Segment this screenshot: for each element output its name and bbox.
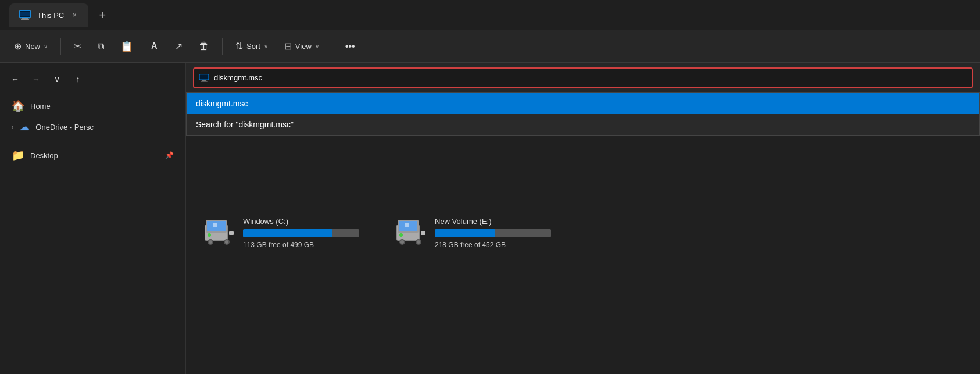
share-button[interactable]: ↗ (168, 37, 189, 55)
new-tab-button[interactable]: + (93, 6, 112, 24)
svg-rect-8 (201, 81, 207, 81)
tab-close-button[interactable]: × (70, 10, 79, 20)
view-chevron: ∨ (315, 43, 319, 49)
svg-rect-2 (21, 19, 29, 20)
sidebar-divider (7, 141, 178, 141)
svg-point-16 (209, 240, 212, 244)
separator-3 (332, 38, 332, 55)
new-button[interactable]: ⊕ New ∨ (7, 37, 55, 55)
drive-bar-fill-e (435, 229, 495, 237)
back-button[interactable]: ← (7, 71, 23, 87)
drive-details-e: New Volume (E:) 218 GB free of 452 GB (435, 217, 551, 249)
drive-free-e: 218 GB free of 452 GB (435, 241, 551, 249)
sort-label: Sort (246, 42, 260, 51)
home-icon: 🏠 (12, 99, 24, 112)
view-button[interactable]: ⊟ View ∨ (277, 37, 326, 55)
title-bar: This PC × + (0, 0, 980, 30)
drive-item-e[interactable]: New Volume (E:) 218 GB free of 452 GB (387, 212, 556, 254)
sort-button[interactable]: ⇅ Sort ∨ (228, 37, 275, 55)
drive-info-c: Windows (C:) 113 GB free of 499 GB (200, 216, 359, 249)
rename-icon: Ａ (149, 40, 159, 52)
svg-point-27 (400, 240, 404, 244)
sidebar-item-onedrive[interactable]: › ☁ OneDrive - Persc (2, 116, 183, 137)
svg-rect-1 (22, 18, 28, 19)
tab-title: This PC (37, 11, 64, 20)
drive-bar-bg-c (243, 229, 359, 237)
cut-icon: ✂ (74, 41, 81, 52)
share-icon: ↗ (175, 41, 183, 52)
svg-point-19 (208, 233, 211, 237)
main-area: ← → ∨ ↑ 🏠 Home › ☁ OneDrive - Persc 📁 De… (0, 63, 980, 374)
drive-free-c: 113 GB free of 499 GB (243, 241, 359, 249)
onedrive-icon: ☁ (19, 120, 30, 133)
separator-2 (222, 38, 223, 55)
address-dropdown: diskmgmt.msc Search for "diskmgmt.msc" (186, 93, 980, 136)
recent-button[interactable]: ∨ (49, 71, 65, 87)
view-icon: ⊟ (284, 41, 292, 52)
dropdown-item-0[interactable]: diskmgmt.msc (187, 93, 979, 114)
this-pc-tab-icon (19, 10, 31, 20)
expand-arrow-onedrive: › (12, 124, 13, 130)
toolbar: ⊕ New ∨ ✂ ⧉ 📋 Ａ ↗ 🗑 ⇅ Sort ∨ ⊟ View ∨ ••… (0, 30, 980, 63)
separator-1 (60, 38, 61, 55)
svg-rect-25 (405, 223, 409, 227)
content-area: diskmgmt.msc Search for "diskmgmt.msc" (186, 63, 980, 374)
drives-container: Windows (C:) 113 GB free of 499 GB (195, 165, 556, 254)
active-tab[interactable]: This PC × (9, 3, 88, 27)
copy-icon: ⧉ (98, 41, 104, 52)
more-icon: ••• (345, 41, 355, 52)
svg-rect-6 (200, 74, 209, 79)
pin-icon: 📌 (165, 151, 174, 159)
new-plus-icon: ⊕ (14, 41, 22, 52)
drive-item-c[interactable]: Windows (C:) 113 GB free of 499 GB (195, 212, 364, 254)
delete-button[interactable]: 🗑 (192, 37, 216, 56)
svg-rect-31 (421, 231, 425, 235)
svg-rect-14 (213, 223, 217, 227)
drive-svg-c (200, 216, 237, 249)
delete-icon: 🗑 (199, 40, 209, 52)
sidebar-item-label-home: Home (30, 102, 51, 111)
copy-button[interactable]: ⧉ (91, 38, 111, 55)
svg-point-30 (399, 233, 403, 237)
up-button[interactable]: ↑ (70, 71, 86, 87)
cut-button[interactable]: ✂ (67, 37, 88, 55)
address-bar-container: diskmgmt.msc Search for "diskmgmt.msc" (186, 63, 980, 93)
more-button[interactable]: ••• (338, 38, 362, 55)
drive-name-c: Windows (C:) (243, 217, 359, 226)
sidebar-item-label-onedrive: OneDrive - Persc (35, 123, 94, 131)
address-bar (186, 63, 980, 93)
rename-button[interactable]: Ａ (142, 37, 166, 56)
drive-svg-e (392, 216, 429, 249)
forward-button[interactable]: → (28, 71, 44, 87)
svg-rect-4 (20, 12, 30, 16)
drive-bar-bg-e (435, 229, 551, 237)
view-label: View (295, 42, 312, 51)
address-pc-icon (199, 74, 209, 82)
svg-rect-7 (202, 80, 206, 81)
new-label: New (25, 42, 40, 51)
dropdown-item-1[interactable]: Search for "diskmgmt.msc" (187, 114, 979, 135)
drive-info-e: New Volume (E:) 218 GB free of 452 GB (392, 216, 551, 249)
sidebar: ← → ∨ ↑ 🏠 Home › ☁ OneDrive - Persc 📁 De… (0, 63, 186, 374)
sidebar-item-label-desktop: Desktop (30, 151, 58, 160)
nav-controls: ← → ∨ ↑ (0, 67, 185, 91)
address-input[interactable] (214, 73, 967, 82)
svg-point-29 (417, 240, 420, 244)
drive-details-c: Windows (C:) 113 GB free of 499 GB (243, 217, 359, 249)
sidebar-item-home[interactable]: 🏠 Home (2, 95, 183, 116)
svg-point-18 (225, 240, 228, 244)
drive-icon-c (200, 216, 237, 249)
new-chevron: ∨ (44, 43, 48, 49)
paste-button[interactable]: 📋 (113, 37, 140, 56)
desktop-folder-icon: 📁 (12, 149, 24, 162)
paste-icon: 📋 (120, 40, 133, 53)
sort-chevron: ∨ (264, 43, 268, 49)
svg-rect-20 (229, 231, 234, 235)
address-input-wrapper[interactable] (193, 67, 973, 88)
drive-icon-e (392, 216, 429, 249)
drive-name-e: New Volume (E:) (435, 217, 551, 226)
sidebar-item-desktop[interactable]: 📁 Desktop 📌 (2, 145, 183, 166)
drive-bar-fill-c (243, 229, 332, 237)
sort-arrows-icon: ⇅ (235, 41, 243, 52)
